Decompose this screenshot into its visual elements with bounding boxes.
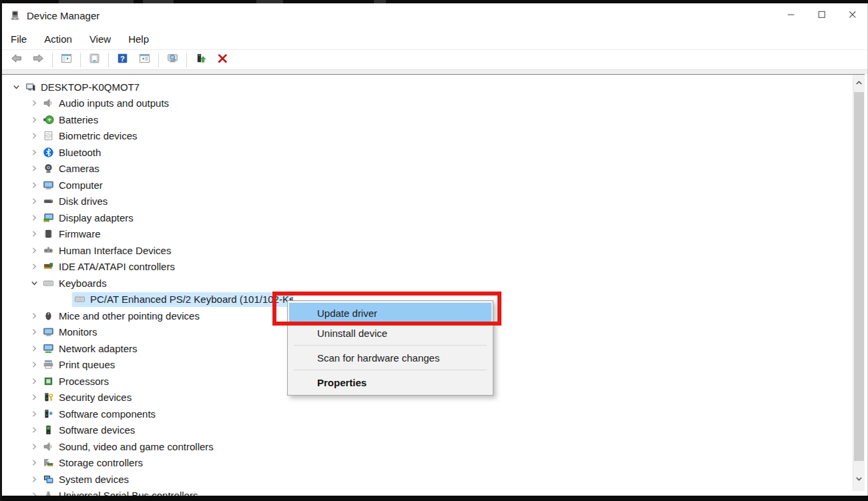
window-title: Device Manager — [27, 10, 99, 21]
tree-item-bluetooth[interactable]: Bluetooth — [2, 144, 853, 161]
maximize-icon — [816, 9, 827, 23]
properties-button[interactable] — [83, 51, 105, 69]
vertical-scrollbar[interactable] — [853, 75, 865, 491]
tree-item-firmware[interactable]: Firmware — [2, 226, 853, 243]
toolbar-separator — [80, 53, 81, 67]
system-device-icon — [43, 474, 54, 485]
tree-item-cameras[interactable]: Cameras — [2, 161, 853, 177]
back-button[interactable] — [5, 51, 27, 69]
speaker-icon — [43, 97, 54, 109]
chevron-down-icon[interactable] — [11, 81, 22, 93]
menu-action[interactable]: Action — [44, 33, 72, 45]
tree-item-label: Batteries — [59, 114, 98, 125]
chevron-right-icon[interactable] — [29, 326, 40, 338]
properties-window-icon — [89, 53, 100, 67]
chevron-right-icon[interactable] — [29, 179, 40, 191]
scan-hardware-button[interactable] — [162, 51, 184, 69]
device-tree: DESKTOP-K0QMOT7Audio inputs and outputsB… — [2, 79, 853, 496]
tree-item-label: Monitors — [59, 326, 97, 338]
tree-item-human-interface-devices[interactable]: Human Interface Devices — [2, 242, 853, 259]
tree-item-batteries[interactable]: Batteries — [2, 111, 853, 128]
maximize-button[interactable] — [806, 3, 837, 28]
bluetooth-icon — [43, 147, 54, 158]
chevron-right-icon[interactable] — [29, 114, 40, 125]
tree-item-ide-ata-atapi-controllers[interactable]: IDE ATA/ATAPI controllers — [2, 259, 853, 276]
minimize-button[interactable] — [775, 3, 806, 28]
tree-selection-highlight: PC/AT Enhanced PS/2 Keyboard (101/102-Ke… — [72, 292, 293, 307]
fingerprint-icon — [43, 130, 54, 141]
uninstall-icon — [217, 53, 228, 67]
toolbar: ? — [2, 49, 867, 69]
chevron-right-icon[interactable] — [29, 163, 40, 174]
uninstall-button[interactable] — [212, 51, 234, 69]
security-device-icon — [43, 392, 54, 403]
scrollbar-up-button[interactable] — [853, 75, 865, 91]
minimize-icon — [785, 9, 797, 23]
chevron-right-icon[interactable] — [29, 392, 40, 403]
context-menu-item-uninstall-device[interactable]: Uninstall device — [289, 323, 491, 343]
chevron-right-icon[interactable] — [29, 376, 40, 387]
context-menu-item-scan-for-hardware-changes[interactable]: Scan for hardware changes — [289, 348, 491, 368]
screen-top-edge — [0, 0, 868, 3]
scrollbar-down-button[interactable] — [853, 470, 865, 487]
mouse-icon — [43, 310, 54, 322]
chevron-right-icon[interactable] — [29, 130, 40, 141]
update-driver-button[interactable] — [190, 51, 212, 69]
toolbar-separator — [52, 53, 53, 67]
tree-item-software-devices[interactable]: Software devices — [2, 422, 853, 439]
chevron-right-icon[interactable] — [29, 261, 40, 272]
chevron-right-icon[interactable] — [29, 310, 40, 322]
tree-item-label: Audio inputs and outputs — [59, 97, 169, 109]
device-manager-window: Device Manager FileActionViewHelp ? DESK… — [0, 0, 868, 501]
tree-item-biometric-devices[interactable]: Biometric devices — [2, 128, 853, 145]
menu-help[interactable]: Help — [128, 33, 149, 45]
tree-item-system-devices[interactable]: System devices — [2, 471, 853, 488]
chevron-right-icon[interactable] — [29, 490, 40, 496]
chevron-right-icon[interactable] — [29, 212, 40, 223]
tree-item-desktop-k0qmot7[interactable]: DESKTOP-K0QMOT7 — [2, 79, 853, 95]
chevron-right-icon[interactable] — [29, 457, 40, 468]
chevron-right-icon[interactable] — [29, 97, 40, 109]
chevron-right-icon[interactable] — [29, 147, 40, 158]
chevron-right-icon[interactable] — [29, 343, 40, 354]
context-menu-item-properties[interactable]: Properties — [289, 372, 491, 392]
chevron-right-icon[interactable] — [29, 359, 40, 370]
monitor-icon — [43, 179, 54, 191]
update-driver-icon — [195, 53, 206, 67]
tree-item-software-components[interactable]: Software components — [2, 406, 853, 422]
tree-item-disk-drives[interactable]: Disk drives — [2, 193, 853, 210]
firmware-chip-icon — [43, 228, 54, 239]
chevron-down-icon[interactable] — [29, 278, 40, 289]
context-menu-item-update-driver[interactable]: Update driver — [289, 303, 491, 323]
tree-item-universal-serial-bus-controllers[interactable]: Universal Serial Bus controllers — [2, 488, 853, 496]
keyboard-icon — [74, 294, 85, 305]
chevron-right-icon[interactable] — [29, 408, 40, 420]
forward-button[interactable] — [27, 51, 49, 69]
chevron-right-icon[interactable] — [29, 441, 40, 452]
menu-file[interactable]: File — [11, 33, 27, 45]
tree-item-audio-inputs-and-outputs[interactable]: Audio inputs and outputs — [2, 95, 853, 112]
chevron-right-icon[interactable] — [29, 424, 40, 436]
scrollbar-thumb[interactable] — [854, 92, 864, 461]
chevron-right-icon[interactable] — [29, 228, 40, 239]
tree-item-sound-video-and-game-controllers[interactable]: Sound, video and game controllers — [2, 438, 853, 455]
ide-controller-icon — [43, 261, 54, 272]
tree-item-display-adapters[interactable]: Display adapters — [2, 209, 853, 226]
action-pane-button[interactable] — [134, 51, 156, 69]
tree-item-keyboards[interactable]: Keyboards — [2, 275, 853, 292]
context-menu-separator — [294, 370, 487, 370]
tree-item-label: Storage controllers — [59, 457, 143, 468]
tree-item-label: Bluetooth — [59, 147, 101, 158]
camera-icon — [43, 163, 54, 174]
show-console-tree-button[interactable] — [55, 51, 77, 69]
menu-view[interactable]: View — [89, 33, 111, 45]
tree-item-storage-controllers[interactable]: Storage controllers — [2, 455, 853, 472]
help-button[interactable]: ? — [112, 51, 134, 69]
chevron-right-icon[interactable] — [29, 195, 40, 207]
chevron-right-icon[interactable] — [29, 474, 40, 485]
chevron-right-icon[interactable] — [29, 245, 40, 256]
tree-item-computer[interactable]: Computer — [2, 177, 853, 193]
software-component-icon — [43, 408, 54, 420]
close-button[interactable] — [837, 3, 867, 28]
device-manager-icon — [9, 10, 21, 21]
